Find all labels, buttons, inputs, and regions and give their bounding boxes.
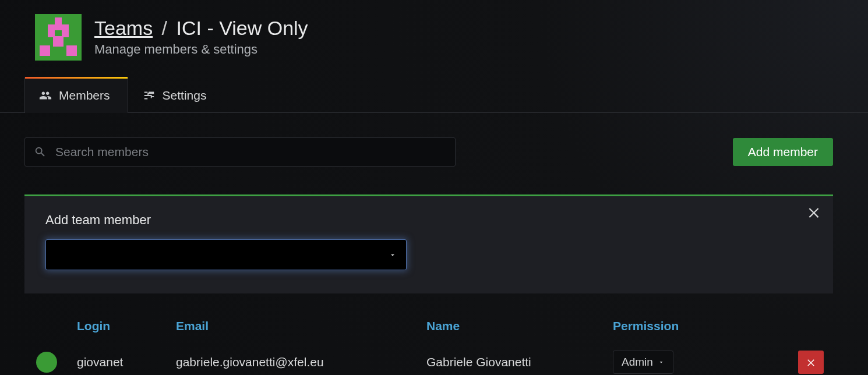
tab-settings[interactable]: Settings: [128, 77, 225, 113]
search-icon: [34, 146, 47, 158]
column-header-permission[interactable]: Permission: [613, 319, 764, 333]
avatar: [36, 352, 57, 373]
close-icon: [806, 357, 816, 367]
cell-email: gabriele.giovanetti@xfel.eu: [176, 355, 426, 369]
column-header-email[interactable]: Email: [176, 319, 426, 333]
column-header-name[interactable]: Name: [426, 319, 613, 333]
tab-settings-label: Settings: [163, 89, 207, 102]
members-table-header: Login Email Name Permission: [24, 319, 833, 344]
add-member-panel-title: Add team member: [45, 213, 812, 228]
content-area: Add member Add team member Login Email N…: [0, 113, 868, 375]
breadcrumb: Teams / ICI - View Only: [94, 17, 308, 39]
toolbar: Add member: [24, 137, 833, 167]
close-icon[interactable]: [806, 204, 821, 220]
delete-member-button[interactable]: [798, 351, 824, 374]
member-combobox-input[interactable]: [55, 248, 389, 261]
breadcrumb-current: ICI - View Only: [177, 17, 308, 39]
cell-name: Gabriele Giovanetti: [426, 355, 613, 369]
tab-members[interactable]: Members: [24, 77, 128, 113]
search-wrap: [24, 137, 456, 167]
permission-value: Admin: [622, 356, 653, 369]
sliders-icon: [143, 89, 156, 102]
column-header-login[interactable]: Login: [77, 319, 176, 333]
team-avatar: [35, 14, 82, 61]
tab-bar: Members Settings: [0, 77, 868, 113]
chevron-down-icon: [658, 359, 665, 366]
permission-select[interactable]: Admin: [613, 351, 673, 374]
members-icon: [39, 89, 52, 102]
tab-members-label: Members: [59, 89, 110, 102]
header-text: Teams / ICI - View Only Manage members &…: [94, 17, 308, 56]
member-combobox[interactable]: [45, 239, 407, 270]
add-member-button[interactable]: Add member: [733, 138, 833, 166]
add-member-panel: Add team member: [24, 194, 833, 293]
search-input[interactable]: [24, 137, 456, 167]
table-row: giovanet gabriele.giovanetti@xfel.eu Gab…: [24, 344, 833, 375]
page-header: Teams / ICI - View Only Manage members &…: [0, 0, 868, 61]
cell-login: giovanet: [77, 355, 176, 369]
breadcrumb-root-link[interactable]: Teams: [94, 17, 153, 39]
breadcrumb-separator: /: [158, 17, 171, 39]
chevron-down-icon: [389, 251, 397, 259]
page-subtitle: Manage members & settings: [94, 42, 308, 57]
